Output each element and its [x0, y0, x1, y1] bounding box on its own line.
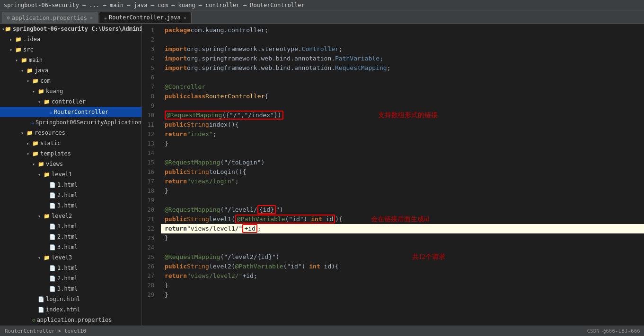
line-number-23: 23: [142, 233, 157, 243]
tree-file-icon: 📄: [49, 276, 56, 282]
line-number-4: 4: [142, 54, 157, 63]
csdn-watermark: CSDN @666-LBJ-666: [587, 328, 640, 334]
tree-item-label: templates: [40, 150, 71, 157]
tree-file-icon: 📄: [49, 224, 56, 230]
code-line-25: @RequestMapping("/level2/{id}")共12个请求: [161, 252, 644, 262]
tree-item-label: 3.html: [57, 202, 78, 209]
code-line-2: [161, 35, 644, 44]
sidebar-item-src[interactable]: ▾📁src: [0, 44, 141, 55]
sidebar-item-level2-1[interactable]: 📄1.html: [0, 221, 141, 232]
line-number-16: 16🌐: [142, 167, 157, 177]
sidebar-item-level1-1[interactable]: 📄1.html: [0, 180, 141, 190]
tree-item-label: src: [23, 46, 34, 53]
sidebar-item-root[interactable]: ▾📁springboot-06-security C:\Users\Admini…: [0, 24, 141, 34]
line-number-18: 18: [142, 186, 157, 196]
editor-area: 12345678🌐91011🌐1213141516🌐171819202122⚠2…: [142, 24, 644, 326]
java-icon: ☕: [104, 15, 107, 20]
sidebar-item-static[interactable]: ▸📁static: [0, 138, 141, 148]
code-line-1: package com.kuang.controller;: [161, 26, 644, 35]
project-sidebar[interactable]: ▾📁springboot-06-security C:\Users\Admini…: [0, 24, 142, 326]
tree-file-icon: ☕: [49, 109, 53, 115]
tab-close-icon[interactable]: ✕: [90, 15, 93, 20]
line-number-10: 10: [142, 111, 157, 120]
tree-item-label: level1: [52, 171, 72, 178]
sidebar-item-com[interactable]: ▾📁com: [0, 76, 141, 86]
tree-item-label: Springboot06SecurityApplication: [35, 119, 141, 126]
tree-arrow-icon: ▾: [32, 89, 38, 94]
title-bar: springboot-06-security – ... – main – ja…: [0, 0, 644, 10]
tree-file-icon: 📁: [32, 151, 39, 157]
tree-item-label: 3.html: [57, 285, 78, 292]
line-number-2: 2: [142, 35, 157, 44]
sidebar-item-level2-2[interactable]: 📄2.html: [0, 232, 141, 242]
tree-file-icon: ☕: [31, 120, 34, 126]
sidebar-item-level3-1[interactable]: 📄1.html: [0, 263, 141, 273]
sidebar-item-level1-3[interactable]: 📄3.html: [0, 200, 141, 211]
sidebar-item-kuang[interactable]: ▾📁kuang: [0, 86, 141, 96]
line-number-24: 24: [142, 243, 157, 252]
sidebar-item-level3-2[interactable]: 📄2.html: [0, 273, 141, 284]
sidebar-item-resources[interactable]: ▾📁resources: [0, 128, 141, 138]
tree-item-label: main: [29, 57, 43, 63]
properties-icon: ⚙: [7, 15, 10, 20]
code-line-23: }: [161, 233, 644, 243]
line-number-15: 15: [142, 158, 157, 167]
status-bar: RouterController > level10 CSDN @666-LBJ…: [0, 326, 644, 336]
code-container[interactable]: 12345678🌐91011🌐1213141516🌐171819202122⚠2…: [142, 24, 644, 326]
line-number-21: 21: [142, 215, 157, 224]
code-line-4: import org.springframework.web.bind.anno…: [161, 54, 644, 63]
tab-application-properties[interactable]: ⚙ application.properties ✕: [2, 12, 98, 23]
tab-close-icon[interactable]: ✕: [184, 15, 186, 20]
line-number-8: 8🌐: [142, 92, 157, 101]
sidebar-item-index[interactable]: 📄index.html: [0, 304, 141, 315]
tree-item-label: 2.html: [57, 233, 78, 240]
tree-item-label: static: [40, 140, 61, 146]
line-number-19: 19: [142, 196, 157, 205]
sidebar-item-RouterController[interactable]: ☕RouterController: [0, 107, 141, 117]
line-number-5: 5: [142, 63, 157, 73]
tree-file-icon: 📁: [44, 172, 50, 178]
line-number-27: 27: [142, 271, 157, 281]
code-line-5: import org.springframework.web.bind.anno…: [161, 63, 644, 73]
tree-arrow-icon: ▾: [21, 68, 26, 73]
code-line-9: [161, 101, 644, 111]
title-text: springboot-06-security – ... – main – ja…: [4, 2, 305, 9]
tab-router-controller[interactable]: ☕ RouterController.java ✕: [99, 12, 192, 23]
sidebar-item-level1[interactable]: ▾📁level1: [0, 169, 141, 180]
code-line-12: return "index";: [161, 129, 644, 139]
sidebar-item-templates[interactable]: ▾📁templates: [0, 148, 141, 159]
sidebar-item-level3[interactable]: ▾📁level3: [0, 252, 141, 263]
line-number-1: 1: [142, 26, 157, 35]
code-line-15: @RequestMapping("/toLogin"): [161, 158, 644, 167]
line-number-29: 29: [142, 290, 157, 300]
line-number-6: 6: [142, 73, 157, 82]
sidebar-item-main[interactable]: ▾📁main: [0, 55, 141, 65]
tree-arrow-icon: ▾: [38, 255, 44, 260]
sidebar-item-views[interactable]: ▾📁views: [0, 159, 141, 169]
line-number-13: 13: [142, 139, 157, 148]
line-number-12: 12: [142, 129, 157, 139]
sidebar-item-login[interactable]: 📄login.html: [0, 294, 141, 304]
sidebar-item-level3-3[interactable]: 📄3.html: [0, 284, 141, 294]
sidebar-item-idea[interactable]: ▸📁.idea: [0, 34, 141, 44]
tree-arrow-icon: ▾: [9, 47, 15, 52]
code-content[interactable]: package com.kuang.controller;import org.…: [161, 24, 644, 326]
sidebar-item-java[interactable]: ▾📁java: [0, 65, 141, 76]
code-line-24: [161, 243, 644, 252]
sidebar-item-app-props[interactable]: ⚙application.properties: [0, 315, 141, 325]
breadcrumb-text: RouterController > level10: [5, 328, 86, 334]
tree-file-icon: ⚙: [32, 317, 35, 323]
line-number-25: 25: [142, 252, 157, 262]
tree-file-icon: 📄: [49, 234, 56, 240]
sidebar-item-Springboot06SecurityApplication[interactable]: ☕Springboot06SecurityApplication: [0, 117, 141, 128]
tree-item-label: RouterController: [54, 109, 109, 115]
tab-bar: ⚙ application.properties ✕ ☕ RouterContr…: [0, 10, 644, 24]
sidebar-item-level2-3[interactable]: 📄3.html: [0, 242, 141, 252]
tree-item-label: index.html: [46, 306, 80, 313]
tree-arrow-icon: ▾: [15, 58, 21, 63]
sidebar-item-level1-2[interactable]: 📄2.html: [0, 190, 141, 200]
sidebar-item-level2[interactable]: ▾📁level2: [0, 211, 141, 221]
tree-item-label: controller: [52, 98, 86, 105]
sidebar-item-controller[interactable]: ▾📁controller: [0, 96, 141, 107]
code-line-6: [161, 73, 644, 82]
